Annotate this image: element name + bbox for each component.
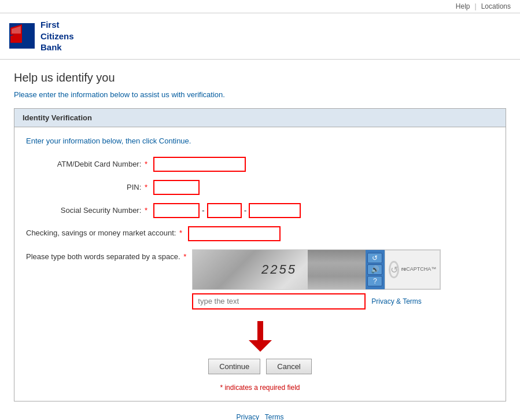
page-header: First Citizens Bank: [0, 13, 520, 60]
pin-row: PIN: *: [26, 180, 494, 195]
svg-marker-6: [249, 340, 272, 352]
ssn-dash-1: -: [202, 206, 205, 215]
captcha-audio-button[interactable]: 🔊: [367, 264, 382, 275]
ssn-input-3[interactable]: [249, 203, 301, 218]
captcha-label: Please type both words separated by a sp…: [26, 249, 192, 262]
account-label: Checking, savings or money market accoun…: [26, 228, 188, 238]
ssn-dash-2: -: [244, 206, 247, 215]
atm-card-label: ATM/Debit Card Number: *: [26, 160, 153, 168]
captcha-number-display: 2255: [261, 262, 297, 277]
footer: Privacy Terms: [14, 401, 506, 421]
atm-card-row: ATM/Debit Card Number: *: [26, 157, 494, 172]
verification-header: Identity Verification: [14, 109, 506, 127]
ssn-input-group: - -: [153, 203, 301, 218]
atm-card-input[interactable]: [153, 157, 246, 172]
account-row: Checking, savings or money market accoun…: [26, 226, 494, 241]
bank-logo-icon: [9, 23, 35, 49]
svg-rect-5: [257, 321, 263, 341]
captcha-row: Please type both words separated by a sp…: [26, 249, 494, 310]
recaptcha-logo-icon: [389, 261, 399, 278]
account-input[interactable]: [188, 226, 281, 241]
ssn-input-1[interactable]: [153, 203, 200, 218]
button-row: Continue Cancel: [208, 359, 312, 374]
nav-divider: |: [475, 2, 477, 10]
captcha-content: 2255 ↺ 🔊 ? reCAPTCHA™: [192, 249, 441, 310]
ssn-row: Social Security Number: * - -: [26, 203, 494, 218]
logo: First Citizens Bank: [9, 19, 74, 53]
required-field-note: * indicates a required field: [26, 384, 494, 392]
main-content: Help us identify you Please enter the in…: [0, 60, 520, 421]
pin-label: PIN: *: [26, 183, 153, 191]
recaptcha-badge: reCAPTCHA™: [385, 250, 440, 289]
captcha-image-area: 2255 ↺ 🔊 ? reCAPTCHA™: [192, 249, 441, 290]
captcha-required-star: *: [183, 252, 186, 261]
pin-input[interactable]: [153, 180, 200, 195]
red-arrow-indicator: [246, 321, 275, 353]
continue-button[interactable]: Continue: [208, 359, 260, 374]
recaptcha-text: reCAPTCHA™: [401, 266, 437, 272]
captcha-help-button[interactable]: ?: [367, 276, 382, 286]
down-arrow-icon: [246, 321, 275, 353]
captcha-image: 2255: [193, 250, 365, 289]
page-description: Please enter the information below to as…: [14, 90, 506, 99]
ssn-required-star: *: [145, 206, 147, 215]
account-required-star: *: [179, 229, 182, 237]
captcha-input-row: Privacy & Terms: [192, 293, 441, 310]
bank-name: First Citizens Bank: [40, 19, 74, 53]
atm-required-star: *: [145, 160, 147, 168]
privacy-link[interactable]: Privacy: [237, 413, 259, 421]
bank-name-text: First Citizens Bank: [40, 19, 74, 53]
ssn-input-2[interactable]: [207, 203, 242, 218]
terms-link[interactable]: Terms: [265, 413, 284, 421]
verification-body: Enter your information below, then click…: [14, 127, 506, 401]
captcha-icons-panel: ↺ 🔊 ?: [366, 250, 385, 289]
action-area: Continue Cancel: [26, 321, 494, 374]
help-link[interactable]: Help: [456, 2, 470, 10]
page-title: Help us identify you: [14, 71, 506, 84]
privacy-terms-link[interactable]: Privacy & Terms: [371, 297, 421, 305]
captcha-refresh-button[interactable]: ↺: [367, 253, 382, 263]
ssn-label: Social Security Number: *: [26, 206, 153, 215]
locations-link[interactable]: Locations: [481, 2, 511, 10]
cancel-button[interactable]: Cancel: [266, 359, 311, 374]
top-navigation: Help | Locations: [0, 0, 520, 13]
verification-instruction: Enter your information below, then click…: [26, 137, 494, 145]
captcha-text-input[interactable]: [192, 293, 366, 310]
verification-box: Identity Verification Enter your informa…: [14, 108, 506, 401]
pin-required-star: *: [145, 183, 147, 191]
